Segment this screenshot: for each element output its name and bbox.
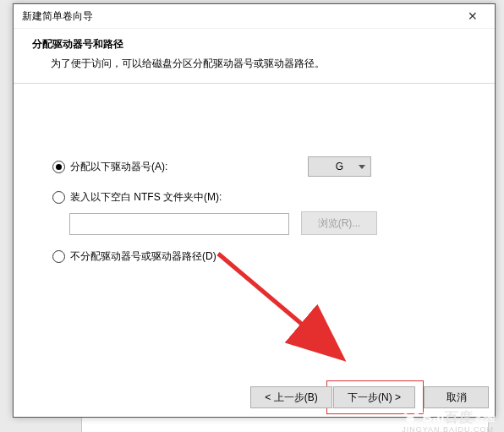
browse-button: 浏览(R)... [301,211,377,235]
radio-no-assign[interactable] [52,250,65,263]
close-button[interactable]: ✕ [456,4,490,28]
cancel-button-label: 取消 [446,391,467,403]
titlebar: 新建简单卷向导 ✕ [14,4,495,29]
option-assign-letter[interactable]: 分配以下驱动器号(A): [52,160,167,174]
page-subtitle: 为了便于访问，可以给磁盘分区分配驱动器号或驱动器路径。 [32,57,476,71]
back-button[interactable]: < 上一步(B) [250,386,332,408]
window-title: 新建简单卷向导 [22,10,93,22]
chevron-down-icon [359,165,365,169]
option-assign-letter-label: 分配以下驱动器号(A): [70,160,167,174]
radio-assign-letter[interactable] [52,161,65,173]
option-no-assign[interactable]: 不分配驱动器号或驱动器路径(D) [52,249,216,264]
cancel-button[interactable]: 取消 [424,386,489,408]
next-button[interactable]: 下一步(N) > [333,386,415,408]
wizard-dialog: 新建简单卷向导 ✕ 分配驱动器号和路径 为了便于访问，可以给磁盘分区分配驱动器号… [13,3,496,418]
option-mount-folder-label: 装入以下空白 NTFS 文件夹中(M): [70,190,222,205]
drive-letter-value: G [336,161,343,172]
close-icon: ✕ [468,9,478,23]
content-area: 分配以下驱动器号(A): G 装入以下空白 NTFS 文件夹中(M): 浏览(R… [14,84,495,363]
wizard-header: 分配驱动器号和路径 为了便于访问，可以给磁盘分区分配驱动器号或驱动器路径。 [14,29,495,84]
option-no-assign-label: 不分配驱动器号或驱动器路径(D) [70,249,216,264]
option-mount-folder[interactable]: 装入以下空白 NTFS 文件夹中(M): [52,190,222,205]
mount-path-input [69,213,289,235]
browse-button-label: 浏览(R)... [318,217,361,229]
drive-letter-select[interactable]: G [308,156,371,177]
back-button-label: < 上一步(B) [265,391,317,403]
radio-mount-folder[interactable] [52,191,65,204]
page-title: 分配驱动器号和路径 [32,37,476,52]
next-button-label: 下一步(N) > [348,391,401,403]
wizard-footer: < 上一步(B) 下一步(N) > 取消 [14,378,495,417]
